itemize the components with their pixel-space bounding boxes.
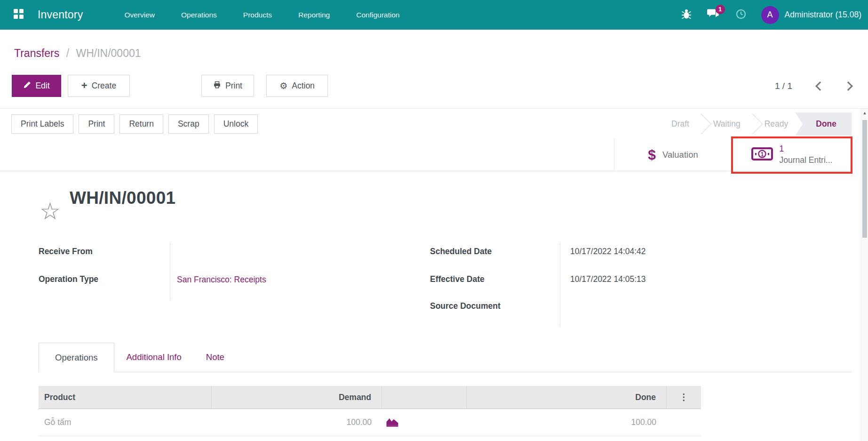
column-header-product[interactable]: Product bbox=[39, 386, 212, 409]
menu-configuration[interactable]: Configuration bbox=[356, 11, 399, 19]
cell-demand: 100.00 bbox=[212, 417, 382, 427]
print-menu-button[interactable]: Print bbox=[201, 75, 254, 97]
operations-table: Product Demand Done ⋮ Gỗ tấm 100.00 100.… bbox=[39, 386, 701, 436]
pager-previous-icon[interactable] bbox=[815, 81, 825, 91]
edit-create-group: Edit + Create bbox=[12, 75, 130, 97]
debug-bug-button[interactable] bbox=[679, 8, 693, 22]
clock-icon bbox=[735, 8, 747, 22]
money-bill-icon: 1 bbox=[751, 147, 773, 163]
stage-draft[interactable]: Draft bbox=[669, 112, 692, 136]
journal-entries-smart-button[interactable]: 1 1 Journal Entri... bbox=[732, 138, 852, 171]
area-chart-icon[interactable] bbox=[386, 416, 399, 429]
apps-grid-icon bbox=[14, 9, 24, 21]
receive-from-label: Receive From bbox=[39, 247, 93, 257]
printer-icon bbox=[213, 81, 221, 91]
top-navbar: Inventory Overview Operations Products R… bbox=[0, 0, 868, 30]
effective-date-label: Effective Date bbox=[430, 274, 485, 284]
messages-count-badge: 1 bbox=[716, 5, 725, 14]
cell-done: 100.00 bbox=[467, 417, 667, 427]
scrap-button[interactable]: Scrap bbox=[168, 114, 209, 134]
smart-button-box: $ Valuation 1 1 Journal Entri... bbox=[0, 138, 852, 171]
optional-columns-toggle-icon[interactable]: ⋮ bbox=[679, 392, 688, 402]
dollar-icon: $ bbox=[648, 148, 656, 162]
app-name[interactable]: Inventory bbox=[38, 8, 83, 21]
optional-columns-cell: ⋮ bbox=[667, 393, 701, 402]
print-action-group: Print ⚙ Action bbox=[201, 75, 328, 97]
print-menu-label: Print bbox=[225, 81, 242, 91]
stage-chevron-separator bbox=[691, 114, 712, 135]
print-button[interactable]: Print bbox=[79, 114, 114, 134]
plus-icon: + bbox=[81, 80, 88, 91]
effective-date-value: 10/17/2022 14:05:13 bbox=[570, 274, 646, 284]
scheduled-date-label: Scheduled Date bbox=[430, 247, 492, 257]
source-document-label: Source Document bbox=[430, 301, 501, 311]
stage-waiting[interactable]: Waiting bbox=[710, 112, 743, 136]
create-button[interactable]: + Create bbox=[68, 75, 130, 97]
user-avatar: A bbox=[761, 6, 779, 24]
action-menu-button[interactable]: ⚙ Action bbox=[266, 75, 328, 97]
messages-button[interactable]: 1 bbox=[707, 8, 721, 22]
print-labels-button[interactable]: Print Labels bbox=[11, 114, 73, 134]
odoo-inventory-transfer-page: Inventory Overview Operations Products R… bbox=[0, 0, 868, 441]
tab-operations[interactable]: Operations bbox=[39, 343, 114, 372]
return-button[interactable]: Return bbox=[119, 114, 163, 134]
column-header-demand[interactable]: Demand bbox=[212, 386, 382, 409]
bug-icon bbox=[681, 8, 692, 22]
cell-product: Gỗ tấm bbox=[39, 417, 212, 427]
menu-overview[interactable]: Overview bbox=[124, 11, 155, 19]
gear-icon: ⚙ bbox=[279, 81, 287, 90]
valuation-smart-button[interactable]: $ Valuation bbox=[614, 138, 732, 171]
navbar-right: 1 A Administrator (15.08) bbox=[679, 6, 861, 24]
table-header-row: Product Demand Done ⋮ bbox=[39, 386, 701, 409]
menu-products[interactable]: Products bbox=[243, 11, 272, 19]
record-pager: 1 / 1 bbox=[775, 78, 852, 94]
create-button-label: Create bbox=[92, 81, 117, 91]
scrollbar-thumb[interactable] bbox=[862, 120, 867, 238]
valuation-label: Valuation bbox=[662, 150, 698, 160]
column-header-done[interactable]: Done bbox=[467, 386, 667, 409]
control-panel-divider bbox=[0, 108, 868, 109]
pager-count[interactable]: 1 / 1 bbox=[775, 81, 792, 91]
apps-menu-button[interactable] bbox=[10, 7, 26, 23]
status-bar: Draft Waiting Ready Done bbox=[669, 112, 852, 136]
breadcrumb-current-record: WH/IN/00001 bbox=[76, 47, 141, 59]
journal-entries-text: 1 Journal Entri... bbox=[780, 144, 833, 166]
pencil-icon bbox=[23, 81, 31, 91]
breadcrumb-transfers-link[interactable]: Transfers bbox=[14, 47, 59, 59]
favorite-star-icon[interactable]: ☆ bbox=[40, 200, 61, 223]
table-row[interactable]: Gỗ tấm 100.00 100.00 bbox=[39, 409, 701, 436]
operation-type-label: Operation Type bbox=[39, 274, 98, 284]
user-menu[interactable]: A Administrator (15.08) bbox=[761, 6, 861, 24]
column-header-forecast bbox=[382, 386, 467, 409]
menu-operations[interactable]: Operations bbox=[181, 11, 217, 19]
record-title: WH/IN/00001 bbox=[70, 188, 175, 208]
operation-type-value[interactable]: San Francisco: Receipts bbox=[177, 275, 266, 285]
stage-ready[interactable]: Ready bbox=[762, 112, 791, 136]
cell-forecast bbox=[382, 416, 467, 429]
scrollbar-up-arrow-icon[interactable]: ▲ bbox=[861, 109, 868, 117]
vertical-scrollbar[interactable]: ▲ bbox=[861, 109, 868, 441]
form-header-buttons: Print Labels Print Return Scrap Unlock bbox=[11, 114, 258, 134]
activities-clock-button[interactable] bbox=[734, 8, 748, 22]
field-separator bbox=[170, 243, 170, 300]
tab-note[interactable]: Note bbox=[194, 343, 237, 372]
pager-next-icon[interactable] bbox=[844, 81, 853, 91]
action-menu-label: Action bbox=[292, 81, 315, 91]
journal-entries-count: 1 bbox=[780, 144, 833, 155]
edit-button[interactable]: Edit bbox=[12, 75, 61, 97]
edit-button-label: Edit bbox=[35, 81, 49, 91]
stage-done-active[interactable]: Done bbox=[795, 112, 852, 136]
menu-reporting[interactable]: Reporting bbox=[298, 11, 330, 19]
user-name: Administrator (15.08) bbox=[785, 10, 861, 20]
tab-additional-info[interactable]: Additional Info bbox=[114, 343, 194, 372]
svg-text:1: 1 bbox=[760, 151, 764, 157]
journal-entries-label: Journal Entri... bbox=[780, 155, 833, 166]
notebook-tabs: Operations Additional Info Note bbox=[39, 343, 852, 372]
unlock-button[interactable]: Unlock bbox=[214, 114, 258, 134]
stage-chevron-separator bbox=[742, 114, 763, 135]
breadcrumb: Transfers / WH/IN/00001 bbox=[14, 47, 141, 60]
field-separator bbox=[560, 243, 560, 327]
scheduled-date-value: 10/17/2022 14:04:42 bbox=[570, 247, 646, 257]
main-menu: Overview Operations Products Reporting C… bbox=[124, 11, 399, 19]
breadcrumb-separator: / bbox=[66, 47, 69, 59]
